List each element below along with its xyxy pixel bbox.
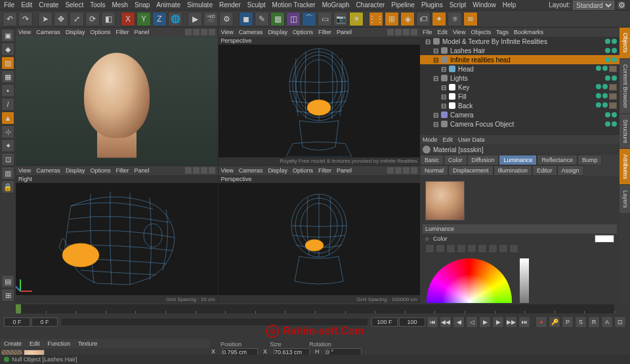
hair-button[interactable]: ≋ xyxy=(463,12,478,26)
prev-key-button[interactable]: ◀◀ xyxy=(440,316,452,328)
redo-button[interactable]: ↷ xyxy=(18,12,33,26)
timeline-ruler[interactable] xyxy=(16,304,614,313)
camera-button[interactable]: 📷 xyxy=(333,12,348,26)
viewport-perspective-wire[interactable]: ViewCamerasDisplayOptionsFilterPanel Per… xyxy=(219,28,421,165)
live-select-button[interactable]: ➤ xyxy=(38,12,52,26)
hierarchy-item[interactable]: ⊟Infinite realities head xyxy=(420,55,620,64)
viewport-right[interactable]: ViewCamerasDisplayOptionsFilterPanel Rig… xyxy=(16,166,218,304)
hierarchy-item[interactable]: ⊟Model & Texture By Infinite Realities xyxy=(420,37,620,46)
menu-character[interactable]: Character xyxy=(356,1,385,9)
tweak-button[interactable]: ✦ xyxy=(1,139,14,152)
layout-select[interactable]: Standard xyxy=(573,1,614,10)
attr-tab-reflectance[interactable]: Reflectance xyxy=(537,155,578,165)
goto-start-button[interactable]: ⏮ xyxy=(427,316,438,328)
menu-create[interactable]: Create xyxy=(39,1,58,9)
make-editable-button[interactable]: ▣ xyxy=(1,29,14,42)
attr-tab-normal[interactable]: Normal xyxy=(420,165,448,176)
particle-button[interactable]: ✦ xyxy=(432,12,446,26)
attr-tab-color[interactable]: Color xyxy=(444,155,467,165)
attr-tab-bump[interactable]: Bump xyxy=(578,155,602,165)
floor-button[interactable]: ▭ xyxy=(318,12,332,26)
rotate-button[interactable]: ⟳ xyxy=(85,12,100,26)
hierarchy-item[interactable]: ⊟Lashes Hair xyxy=(420,46,620,55)
axis-mode-button[interactable]: ⊹ xyxy=(1,125,14,138)
menu-edit[interactable]: Edit xyxy=(21,1,32,9)
material-preview[interactable] xyxy=(425,181,465,220)
menu-tools[interactable]: Tools xyxy=(90,1,105,9)
key-pos-button[interactable]: P xyxy=(562,316,574,328)
hierarchy-item[interactable]: ⊟Back xyxy=(420,101,620,110)
cube-primitive-button[interactable]: ◼ xyxy=(239,12,253,26)
vp-nav-icon[interactable] xyxy=(201,29,207,35)
undo-button[interactable]: ↶ xyxy=(3,12,17,26)
vp-options[interactable]: Options xyxy=(90,29,110,35)
value-slider[interactable] xyxy=(520,258,529,303)
color-wheel[interactable] xyxy=(427,258,512,303)
world-axis-button[interactable]: 🌐 xyxy=(168,12,182,26)
array-button[interactable]: ⋮⋮ xyxy=(369,12,383,26)
menu-render[interactable]: Render xyxy=(219,1,241,9)
viewport-perspective-2[interactable]: ViewCamerasDisplayOptionsFilterPanel Per… xyxy=(219,166,421,304)
vp-nav-icon[interactable] xyxy=(185,29,192,35)
attr-tab-editor[interactable]: Editor xyxy=(532,165,557,176)
dynamics-button[interactable]: ⚛ xyxy=(448,12,462,26)
attr-tab-luminance[interactable]: Luminance xyxy=(499,155,537,165)
vp-cameras[interactable]: Cameras xyxy=(36,29,60,35)
render-picture-button[interactable]: 🎬 xyxy=(203,12,218,26)
polygon-mode-button[interactable]: ▲ xyxy=(1,111,14,125)
tab-attributes[interactable]: Attributes xyxy=(620,149,630,185)
frame-start-input[interactable] xyxy=(4,317,30,327)
next-frame-button[interactable]: ▶ xyxy=(492,316,504,328)
prev-frame-button[interactable]: ◀ xyxy=(453,316,465,328)
menu-animate[interactable]: Animate xyxy=(156,1,180,9)
frame-cur-input[interactable] xyxy=(32,317,58,327)
autokey-button[interactable]: 🔑 xyxy=(549,316,560,328)
edge-mode-button[interactable]: / xyxy=(1,98,14,111)
attr-tab-diffusion[interactable]: Diffusion xyxy=(467,155,499,165)
menu-mograph[interactable]: MoGraph xyxy=(322,1,350,9)
subdivision-button[interactable]: ▦ xyxy=(270,12,285,26)
key-scale-button[interactable]: S xyxy=(575,316,587,328)
hierarchy-item[interactable]: ⊟Camera xyxy=(420,110,620,119)
layout-config-icon[interactable]: ⚙ xyxy=(617,1,626,10)
key-param-button[interactable]: A xyxy=(601,316,613,328)
x-axis-button[interactable]: X xyxy=(121,12,135,26)
menu-pipeline[interactable]: Pipeline xyxy=(391,1,415,9)
workplane-button[interactable]: ▦ xyxy=(1,70,14,83)
record-button[interactable]: ● xyxy=(536,316,547,328)
last-tool-button[interactable]: ◧ xyxy=(101,12,116,26)
model-mode-button[interactable]: ◆ xyxy=(1,43,14,56)
tab-structure[interactable]: Structure xyxy=(620,114,630,150)
menu-motiontracker[interactable]: Motion Tracker xyxy=(272,1,316,9)
wireframe-canvas[interactable] xyxy=(219,45,421,157)
hierarchy-item[interactable]: ⊟Key xyxy=(420,83,620,92)
menu-simulate[interactable]: Simulate xyxy=(187,1,213,9)
timeline-scrollbar[interactable] xyxy=(62,319,368,325)
mat-tab-create[interactable]: Create xyxy=(0,339,26,348)
vp-panel[interactable]: Panel xyxy=(134,29,149,35)
tab-objects[interactable]: Objects xyxy=(620,28,630,59)
menu-file[interactable]: File xyxy=(4,1,14,9)
scale-button[interactable]: ⤢ xyxy=(70,12,84,26)
point-mode-button[interactable]: • xyxy=(1,84,14,97)
object-hierarchy[interactable]: ⊟Model & Texture By Infinite Realities⊟L… xyxy=(420,37,620,135)
menu-help[interactable]: Help xyxy=(503,1,516,9)
wireframe-side-canvas[interactable] xyxy=(16,183,218,296)
next-key-button[interactable]: ▶▶ xyxy=(505,316,517,328)
pen-tool-button[interactable]: ✎ xyxy=(255,12,269,26)
extrude-button[interactable]: ◫ xyxy=(286,12,301,26)
cloner-button[interactable]: ⊞ xyxy=(385,12,399,26)
vp-filter[interactable]: Filter xyxy=(116,29,129,35)
effector-button[interactable]: ◈ xyxy=(400,12,415,26)
bend-button[interactable]: ⌒ xyxy=(302,12,316,26)
goto-end-button[interactable]: ⏭ xyxy=(518,316,530,328)
menu-script[interactable]: Script xyxy=(450,1,467,9)
menu-mesh[interactable]: Mesh xyxy=(112,1,128,9)
timeline-playhead[interactable] xyxy=(16,304,21,313)
render-canvas[interactable] xyxy=(16,37,218,165)
obj-menu-file[interactable]: File xyxy=(423,29,432,35)
y-axis-button[interactable]: Y xyxy=(136,12,151,26)
vp-nav-icon[interactable] xyxy=(193,29,200,35)
render-settings-button[interactable]: ⚙ xyxy=(219,12,234,26)
hierarchy-item[interactable]: ⊟Lights xyxy=(420,73,620,83)
